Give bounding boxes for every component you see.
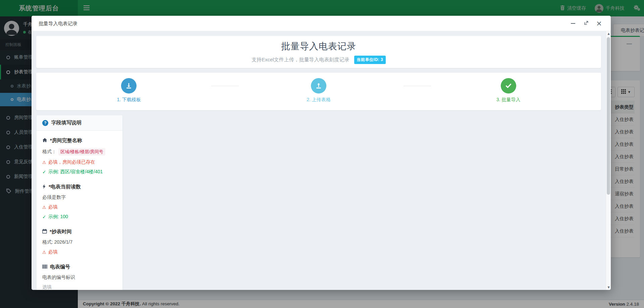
warning-icon: ⚠ [42, 205, 46, 210]
step-connector [211, 86, 239, 86]
check-icon [501, 78, 516, 94]
step-label: 1. 下载模板 [102, 97, 156, 103]
note-line: 必须是数字 [42, 194, 117, 200]
field-panel-header: ? 字段填写说明 [37, 115, 122, 131]
check-mark-icon: ✓ [42, 214, 46, 220]
modal-scrollbar[interactable]: ▲ ▼ [606, 31, 611, 290]
field-section-title: 电表编号 [42, 264, 117, 270]
step-upload-sheet[interactable]: 2. 上传表格 [292, 78, 345, 103]
warning-icon: ⚠ [42, 160, 46, 165]
modal-window-buttons: × [570, 16, 602, 31]
note-line: 电表的编号标识 [42, 274, 117, 281]
calendar-icon [42, 229, 47, 235]
question-icon: ? [42, 120, 48, 126]
required-line: ⚠ 必填 [42, 249, 117, 255]
step-connector [404, 86, 431, 86]
home-icon [42, 138, 47, 143]
field-section-reading-time: *抄表时间 格式: 2026/1/7 ⚠ 必填 [42, 229, 117, 255]
upload-icon [311, 78, 326, 94]
download-icon [121, 78, 137, 94]
minimize-button[interactable] [570, 20, 576, 26]
step-download-template[interactable]: 1. 下载模板 [102, 78, 156, 103]
field-section-room-name: *房间完整名称 格式： 区域/楼栋/楼层/房间号 ⚠ 必填，房间必须已存在 [42, 137, 117, 175]
format-line: 格式： 区域/楼栋/楼层/房间号 [42, 148, 117, 156]
scroll-up-icon[interactable]: ▲ [606, 32, 611, 35]
required-line: ⚠ 必填 [42, 204, 117, 210]
import-modal: 批量导入电表记录 × 批量导入电表记录 支持Excel文件上传，批量导入电表刻度… [32, 16, 611, 290]
maximize-button[interactable] [583, 20, 589, 26]
modal-hero-subtitle: 支持Excel文件上传，批量导入电表刻度记录 [252, 57, 350, 63]
maximize-icon [584, 20, 589, 27]
panel-row: ? 字段填写说明 *房间完整名称 格式： [36, 115, 601, 290]
step-batch-import[interactable]: 3. 批量导入 [482, 78, 535, 103]
example-line: ✓ 示例: 西区/宿舍楼/4楼/401 [42, 169, 117, 175]
close-button[interactable]: × [596, 20, 602, 26]
required-line: ⚠ 必填，房间必须已存在 [42, 159, 117, 165]
field-panel-title: 字段填写说明 [51, 120, 82, 126]
format-line: 格式: 2026/1/7 [42, 239, 117, 245]
field-section-title: *房间完整名称 [42, 137, 117, 144]
example-line: ✓ 示例: 100 [42, 214, 117, 220]
field-section-title: *电表当前读数 [42, 184, 117, 190]
field-section-title: *抄表时间 [42, 229, 117, 235]
bolt-icon [42, 184, 46, 190]
modal-titlebar[interactable]: 批量导入电表记录 × [32, 16, 611, 31]
step-label: 3. 批量导入 [482, 97, 535, 103]
barcode-icon [42, 264, 47, 270]
field-instructions-panel: ? 字段填写说明 *房间完整名称 格式： [36, 115, 123, 290]
step-label: 2. 上传表格 [292, 97, 345, 103]
screen: 系统管理后台 清空缓存 千舟科技 [0, 0, 644, 308]
modal-hero: 批量导入电表记录 支持Excel文件上传，批量导入电表刻度记录 当前单位ID: … [36, 36, 601, 68]
modal-hero-title: 批量导入电表记录 [281, 40, 356, 52]
minimize-icon [571, 23, 575, 24]
scroll-down-icon[interactable]: ▼ [606, 286, 611, 289]
check-mark-icon: ✓ [42, 169, 46, 175]
modal-body: 批量导入电表记录 支持Excel文件上传，批量导入电表刻度记录 当前单位ID: … [32, 31, 606, 290]
scrollbar-thumb[interactable] [607, 37, 610, 195]
steps-card: 1. 下载模板 2. 上传表格 3. 批量导入 [36, 73, 601, 110]
modal-window-title: 批量导入电表记录 [39, 16, 77, 31]
field-section-meter-reading: *电表当前读数 必须是数字 ⚠ 必填 ✓ 示例: 100 [42, 184, 117, 220]
field-panel-body: *房间完整名称 格式： 区域/楼栋/楼层/房间号 ⚠ 必填，房间必须已存在 [37, 131, 122, 290]
warning-icon: ⚠ [42, 250, 46, 255]
field-section-meter-number: 电表编号 电表的编号标识 选填 [42, 264, 117, 290]
unit-id-badge: 当前单位ID: 3 [354, 56, 386, 64]
optional-line: 选填 [42, 284, 117, 290]
modal-hero-subtitle-row: 支持Excel文件上传，批量导入电表刻度记录 当前单位ID: 3 [252, 56, 386, 64]
format-code: 区域/楼栋/楼层/房间号 [58, 148, 105, 156]
close-icon: × [596, 20, 602, 26]
